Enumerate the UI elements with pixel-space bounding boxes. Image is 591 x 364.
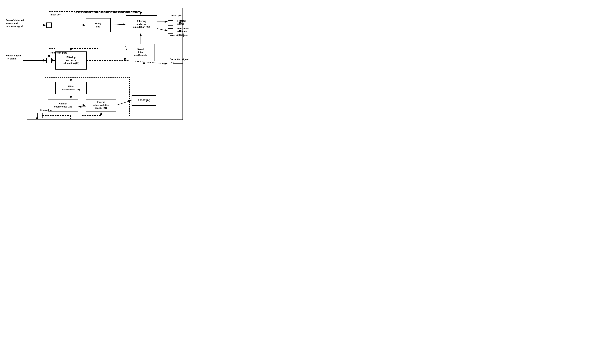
correction-input-box: [37, 113, 43, 118]
output-box-bottom: [168, 28, 173, 33]
label-sum-distorted: Sum of distortedknown andunknown signal: [6, 19, 24, 28]
inner-dashed-rect: [45, 77, 130, 116]
label-correction: Correction: [40, 109, 52, 112]
label-filtered-signal: Filteredsignal: [177, 20, 185, 26]
diagram-container: The proposed modification of the RLS alg…: [4, 2, 206, 128]
reset-24-block: RESET (24): [131, 95, 156, 106]
label-recovered-unknown: Recoveredunknownsignal: [177, 27, 189, 36]
sum-box-ref: [46, 58, 52, 63]
sum-box-top: [46, 22, 52, 28]
delay-line-block: Delayline: [86, 18, 111, 32]
label-input-port: Input port: [51, 13, 61, 16]
label-reference-port: Reference port: [51, 52, 67, 54]
label-correction-signal-port: Correction signalport: [170, 58, 189, 64]
main-title: The proposed modification of the RLS alg…: [27, 10, 183, 13]
filter-error-25-block: Filteringand errorcalculation (25): [126, 15, 157, 33]
label-known-signal: Known Signal(Tx signal): [6, 54, 21, 60]
label-output-port: Output port: [170, 14, 182, 17]
output-box-top: [168, 20, 173, 26]
saved-filter-block: Savedfiltercoefficients: [127, 44, 154, 61]
